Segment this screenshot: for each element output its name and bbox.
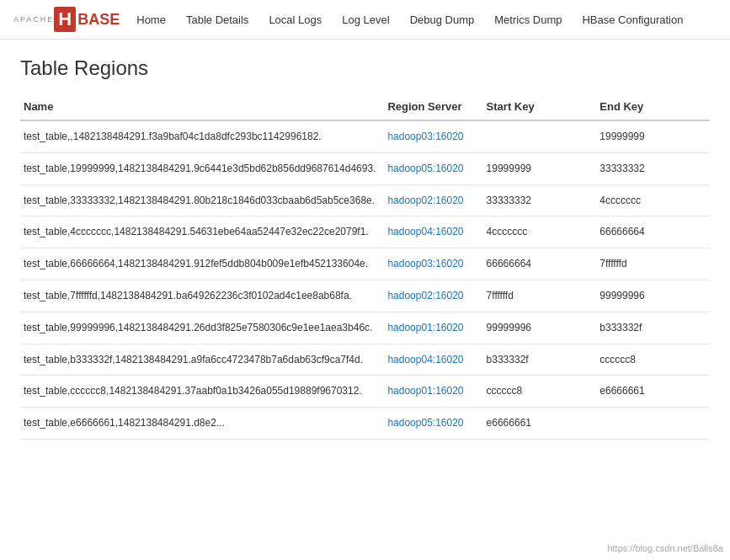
table-row: test_table,b333332f,1482138484291.a9fa6c… xyxy=(20,344,710,376)
cell-name: test_table,99999996,1482138484291.26dd3f… xyxy=(20,312,384,344)
col-header-endkey: End Key xyxy=(596,93,710,120)
col-header-startkey: Start Key xyxy=(483,93,597,120)
apache-label: APACHE xyxy=(13,15,54,24)
page-title: Table Regions xyxy=(20,56,710,80)
logo-h: H xyxy=(54,7,76,32)
cell-server[interactable]: hadoop04:16020 xyxy=(384,216,482,248)
server-link[interactable]: hadoop03:16020 xyxy=(387,258,463,269)
cell-server[interactable]: hadoop02:16020 xyxy=(384,280,482,312)
main-nav: HomeTable DetailsLocal LogsLog LevelDebu… xyxy=(136,13,683,26)
page-content: Table Regions Name Region Server Start K… xyxy=(0,40,730,456)
cell-startkey: 7ffffffd xyxy=(483,280,597,312)
cell-name: test_table,19999999,1482138484291.9c6441… xyxy=(20,152,384,184)
cell-startkey: b333332f xyxy=(483,344,597,376)
server-link[interactable]: hadoop05:16020 xyxy=(387,417,463,429)
table-row: test_table,cccccc8,1482138484291.37aabf0… xyxy=(20,376,710,408)
table-row: test_table,7ffffffd,1482138484291.ba6492… xyxy=(20,280,710,312)
server-link[interactable]: hadoop05:16020 xyxy=(387,163,463,174)
cell-endkey: 99999996 xyxy=(596,280,710,312)
server-link[interactable]: hadoop04:16020 xyxy=(387,226,463,237)
cell-startkey: cccccc8 xyxy=(483,376,597,408)
table-row: test_table,33333332,1482138484291.80b218… xyxy=(20,184,710,216)
cell-name: test_table,cccccc8,1482138484291.37aabf0… xyxy=(20,376,384,408)
col-header-name: Name xyxy=(20,93,384,120)
server-link[interactable]: hadoop02:16020 xyxy=(387,290,463,301)
cell-name: test_table,e6666661,1482138484291.d8e2..… xyxy=(20,408,384,440)
nav-item-metrics-dump[interactable]: Metrics Dump xyxy=(494,13,562,26)
cell-endkey: cccccc8 xyxy=(596,344,710,376)
server-link[interactable]: hadoop01:16020 xyxy=(387,322,463,333)
cell-server[interactable]: hadoop01:16020 xyxy=(384,376,482,408)
nav-item-local-logs[interactable]: Local Logs xyxy=(269,13,322,26)
table-row: test_table,99999996,1482138484291.26dd3f… xyxy=(20,312,710,344)
cell-name: test_table,b333332f,1482138484291.a9fa6c… xyxy=(20,344,384,376)
server-link[interactable]: hadoop01:16020 xyxy=(387,385,463,397)
cell-endkey: e6666661 xyxy=(596,376,710,408)
nav-item-home[interactable]: Home xyxy=(136,13,166,26)
table-row: test_table,e6666661,1482138484291.d8e2..… xyxy=(20,408,710,440)
server-link[interactable]: hadoop03:16020 xyxy=(387,131,463,142)
cell-endkey: 33333332 xyxy=(596,152,710,184)
cell-endkey xyxy=(596,408,710,440)
navbar: APACHE H BASE HomeTable DetailsLocal Log… xyxy=(0,0,730,40)
cell-server[interactable]: hadoop05:16020 xyxy=(384,152,482,184)
server-link[interactable]: hadoop02:16020 xyxy=(387,195,463,206)
cell-name: test_table,7ffffffd,1482138484291.ba6492… xyxy=(20,280,384,312)
cell-endkey: 66666664 xyxy=(596,216,710,248)
table-body: test_table,,1482138484291.f3a9baf04c1da8… xyxy=(20,120,710,439)
table-row: test_table,66666664,1482138484291.912fef… xyxy=(20,248,710,280)
cell-endkey: 4ccccccc xyxy=(596,184,710,216)
col-header-server: Region Server xyxy=(384,93,482,120)
cell-startkey: e6666661 xyxy=(483,408,597,440)
table-row: test_table,19999999,1482138484291.9c6441… xyxy=(20,152,710,184)
cell-server[interactable]: hadoop03:16020 xyxy=(384,248,482,280)
table-row: test_table,,1482138484291.f3a9baf04c1da8… xyxy=(20,120,710,152)
nav-item-table-details[interactable]: Table Details xyxy=(186,13,248,26)
table-row: test_table,4ccccccc,1482138484291.54631e… xyxy=(20,216,710,248)
cell-name: test_table,4ccccccc,1482138484291.54631e… xyxy=(20,216,384,248)
cell-server[interactable]: hadoop01:16020 xyxy=(384,312,482,344)
cell-startkey: 4ccccccc xyxy=(483,216,597,248)
cell-server[interactable]: hadoop03:16020 xyxy=(384,120,482,152)
cell-endkey: b333332f xyxy=(596,312,710,344)
nav-item-log-level[interactable]: Log Level xyxy=(342,13,389,26)
table-header-row: Name Region Server Start Key End Key xyxy=(20,93,710,120)
cell-name: test_table,,1482138484291.f3a9baf04c1da8… xyxy=(20,120,384,152)
cell-startkey: 66666664 xyxy=(483,248,597,280)
regions-table: Name Region Server Start Key End Key tes… xyxy=(20,93,710,440)
cell-server[interactable]: hadoop05:16020 xyxy=(384,408,482,440)
cell-startkey xyxy=(483,120,597,152)
cell-server[interactable]: hadoop02:16020 xyxy=(384,184,482,216)
cell-endkey: 7ffffffd xyxy=(596,248,710,280)
cell-endkey: 19999999 xyxy=(596,120,710,152)
logo-base: BASE xyxy=(77,11,120,29)
logo-area: APACHE H BASE xyxy=(13,7,120,32)
cell-name: test_table,66666664,1482138484291.912fef… xyxy=(20,248,384,280)
nav-item-debug-dump[interactable]: Debug Dump xyxy=(410,13,475,26)
cell-name: test_table,33333332,1482138484291.80b218… xyxy=(20,184,384,216)
cell-startkey: 33333332 xyxy=(483,184,597,216)
server-link[interactable]: hadoop04:16020 xyxy=(387,354,463,365)
cell-server[interactable]: hadoop04:16020 xyxy=(384,344,482,376)
nav-item-hbase-configuration[interactable]: HBase Configuration xyxy=(582,13,683,26)
hbase-logo: H BASE xyxy=(54,7,120,32)
cell-startkey: 99999996 xyxy=(483,312,597,344)
cell-startkey: 19999999 xyxy=(483,152,597,184)
